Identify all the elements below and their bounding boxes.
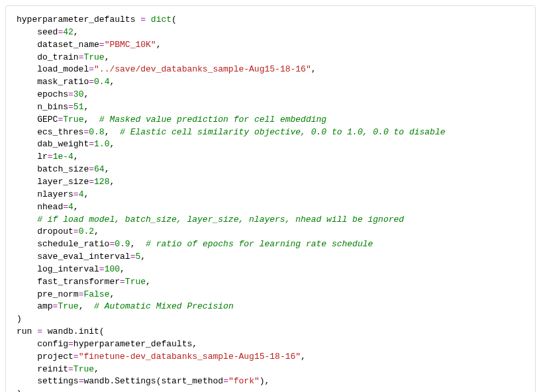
code-text: , [79,301,94,311]
code-text: 51 [74,102,84,112]
code-text: hyperparameter_defaults [17,15,135,24]
code-text: dict [151,15,172,24]
code-text: run [17,326,32,336]
code-text: = [135,15,150,24]
code-text: batch_size [17,164,89,174]
code-text: , [109,77,115,87]
code-text: "../save/dev_databanks_sample-Aug15-18-1… [94,64,311,74]
code-text: ecs_thres [17,127,83,137]
code-comment: # Masked value prediction for cell embed… [99,115,326,124]
code-text: 0.8 [89,127,104,137]
code-text: , [146,277,151,287]
code-text: , [105,52,110,62]
code-text: = [99,264,105,274]
code-text: True [74,364,94,374]
code-text: wandb [48,326,74,336]
code-text: , [74,202,79,212]
code-text: , [94,364,99,374]
code-text: , [94,226,99,236]
code-text: "fork" [228,376,260,386]
code-comment: # if load model, batch_size, layer_size,… [17,215,404,224]
code-text: , [265,376,270,386]
code-text: 30 [74,89,84,99]
code-text: nhead [17,202,63,212]
code-text: = [68,339,74,349]
code-text: = [63,202,68,212]
code-block: hyperparameter_defaults = dict( seed=42,… [5,5,536,392]
code-text: 1.0 [94,139,109,149]
code-text: , [311,64,317,74]
code-text: do_train [17,52,79,62]
code-text: = [68,102,74,112]
code-text: = [89,164,94,174]
code-text: 100 [105,264,120,274]
code-text: lr [17,152,48,162]
code-text: , [109,177,115,187]
code-text: True [63,115,83,124]
code-text: dab_weight [17,139,89,149]
code-text: = [89,77,94,87]
code-text: 0.4 [94,77,109,87]
code-text: config [17,339,68,349]
code-text: mask_ratio [17,77,89,87]
code-text: = [89,64,94,74]
code-text: amp [17,301,53,311]
code-text: 64 [94,164,105,174]
code-text: = [223,376,228,386]
code-text: , [130,239,146,249]
code-text: 1e-4 [53,152,74,162]
code-text: layer_size [17,177,89,187]
code-text: reinit [17,364,68,374]
code-text: dataset_name [17,40,99,50]
code-text: Settings [115,376,156,386]
code-text: "finetune-dev_databanks_sample-Aug15-18-… [79,352,301,362]
code-text: n_bins [17,102,68,112]
code-text: project [17,352,74,362]
code-text: = [68,89,74,99]
code-text: dropout [17,226,74,236]
code-text: 0.9 [115,239,130,249]
code-text: wandb [83,376,109,386]
code-text: = [32,326,47,336]
code-text: epochs [17,89,68,99]
code-text: 128 [94,177,109,187]
code-text: GEPC [17,115,58,124]
code-text: ( [156,376,162,386]
code-text: , [74,152,79,162]
code-text: , [83,189,89,199]
code-text: = [74,352,79,362]
code-text: , [109,139,115,149]
code-text: = [89,177,94,187]
code-text: . [74,326,79,336]
code-text: True [58,301,78,311]
code-text: pre_norm [17,289,79,299]
code-text: = [74,189,79,199]
code-text: , [140,252,146,262]
code-text: 4 [68,202,74,212]
code-comment: # ratio of epochs for learning rate sche… [146,239,373,249]
code-text: hyperparameter_defaults [74,339,192,349]
code-text: , [74,27,79,37]
code-text: seed [17,27,58,37]
code-text: , [105,164,110,174]
code-comment: # Automatic Mixed Precision [94,301,234,311]
code-text: log_interval [17,264,99,274]
code-text: = [120,277,125,287]
code-text: , [109,289,115,299]
code-text: False [83,289,109,299]
code-text: save_eval_interval [17,252,130,262]
code-text: , [83,115,99,124]
code-text: 0.2 [79,226,94,236]
code-text: , [83,102,89,112]
code-text: , [301,352,306,362]
code-text: settings [17,376,79,386]
code-text: = [68,364,74,374]
code-text: ) [17,389,22,392]
code-text: = [89,139,94,149]
code-text: ( [99,326,105,336]
code-text: "PBMC_10K" [105,40,156,50]
code-text: True [125,277,146,287]
code-text: = [74,226,79,236]
code-text: , [83,89,89,99]
code-text: nlayers [17,189,74,199]
